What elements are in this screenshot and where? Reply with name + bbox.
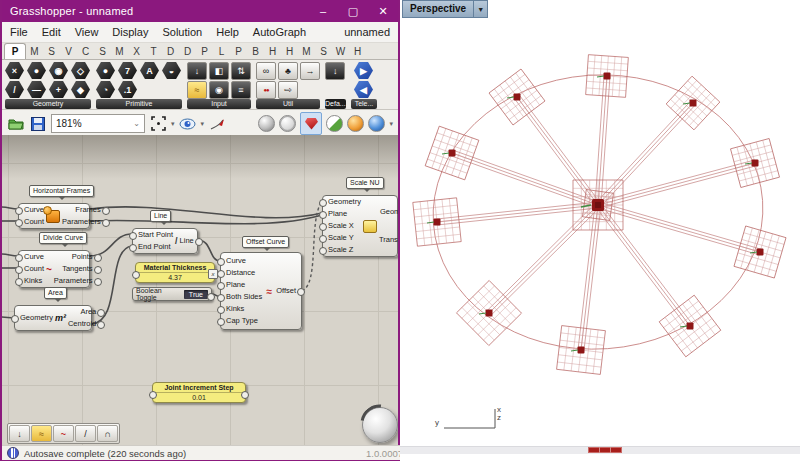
- palette-group-label[interactable]: Geometry: [5, 99, 91, 109]
- input-port[interactable]: [217, 270, 225, 278]
- node-divide-curve[interactable]: Curve Count Kinks ~ Points Tangents Para…: [18, 250, 90, 288]
- input-port[interactable]: [217, 306, 225, 314]
- preview-eye-icon[interactable]: [179, 115, 197, 133]
- shaded-sphere-icon[interactable]: [258, 115, 275, 132]
- boolean-toggle[interactable]: Boolean Toggle True: [132, 287, 212, 301]
- output-port[interactable]: [94, 278, 102, 286]
- blue-sphere-icon[interactable]: [368, 115, 385, 132]
- letterA-hex-icon[interactable]: A: [140, 62, 159, 79]
- group-tag[interactable]: Area: [44, 287, 67, 299]
- zoom-level-input[interactable]: 181% ⌄: [51, 114, 145, 133]
- input-port[interactable]: [15, 254, 23, 262]
- boolean-box-icon[interactable]: ◧: [209, 62, 229, 80]
- category-tab-2[interactable]: S: [43, 45, 60, 59]
- close-button[interactable]: ✕: [368, 0, 398, 22]
- input-port[interactable]: [217, 258, 225, 266]
- category-tab-13[interactable]: P: [230, 45, 247, 59]
- palette-group-label[interactable]: Input: [187, 99, 251, 109]
- slider-mini-icon[interactable]: ≈: [31, 425, 52, 442]
- category-tab-20[interactable]: H: [349, 45, 366, 59]
- mystery-hex-icon[interactable]: ◒: [162, 62, 181, 79]
- slash-hex-icon[interactable]: /: [5, 81, 24, 98]
- plane-hex-icon[interactable]: ◇: [71, 62, 90, 79]
- chevron-down-icon[interactable]: ▾: [171, 120, 175, 128]
- digit7-hex-icon[interactable]: 7: [118, 62, 137, 79]
- curve-mini-icon[interactable]: ~: [53, 425, 74, 442]
- warning-balloon-icon[interactable]: [43, 206, 52, 215]
- node-offset-curve[interactable]: Curve Distancex Plane Both Sides Kinks C…: [220, 252, 302, 330]
- chevron-down-icon[interactable]: ▾: [389, 120, 393, 128]
- menu-solution[interactable]: Solution: [162, 26, 202, 38]
- canvas-navigation-ball[interactable]: [362, 407, 398, 443]
- param-import-icon[interactable]: ↓: [9, 425, 30, 442]
- category-tab-14[interactable]: B: [247, 45, 264, 59]
- menu-view[interactable]: View: [75, 26, 99, 38]
- output-port[interactable]: [102, 207, 110, 215]
- category-tab-15[interactable]: H: [264, 45, 281, 59]
- input-port[interactable]: [149, 391, 157, 399]
- knob-icon[interactable]: ◉: [209, 81, 229, 99]
- input-port[interactable]: [319, 235, 327, 243]
- input-port[interactable]: [15, 266, 23, 274]
- palette-group-label[interactable]: Tele...: [351, 99, 378, 109]
- toggle-value[interactable]: True: [184, 290, 208, 299]
- node-horizontal-frames[interactable]: Curve Count Frames Parameters: [18, 203, 90, 229]
- input-port[interactable]: [11, 315, 19, 323]
- sketch-pen-icon[interactable]: [208, 115, 226, 133]
- palette-group-label[interactable]: Primitive: [96, 99, 182, 109]
- gem-display-icon[interactable]: [300, 112, 322, 135]
- definition-canvas[interactable]: Horizontal Frames Curve Count Frames Par…: [2, 135, 398, 445]
- menu-file[interactable]: File: [10, 26, 28, 38]
- open-file-icon[interactable]: [7, 115, 25, 133]
- point-hex-icon[interactable]: ◔: [96, 81, 115, 98]
- category-tab-18[interactable]: S: [315, 45, 332, 59]
- default-import-icon[interactable]: ↓: [325, 62, 345, 80]
- input-port[interactable]: [217, 294, 225, 302]
- input-port[interactable]: [15, 207, 23, 215]
- graph-mapper-icon[interactable]: ≈: [187, 81, 207, 99]
- input-port[interactable]: [132, 271, 140, 279]
- decimal-hex-icon[interactable]: .1: [118, 81, 137, 98]
- slider-value[interactable]: 0.01: [153, 393, 245, 402]
- pen-mini-icon[interactable]: /: [75, 425, 96, 442]
- category-tab-6[interactable]: M: [111, 45, 128, 59]
- plus-hex-icon[interactable]: +: [49, 81, 68, 98]
- x-hex-icon[interactable]: ×: [5, 62, 24, 79]
- diamond-hex-icon[interactable]: ◆: [71, 81, 90, 98]
- category-tab-11[interactable]: P: [196, 45, 213, 59]
- arrow-outline-icon[interactable]: ⇨: [278, 81, 298, 99]
- slider-joint-increment-step[interactable]: Joint Increment Step 0.01: [152, 382, 246, 403]
- output-port[interactable]: [94, 266, 102, 274]
- node-line[interactable]: Start Point End Point / Line: [132, 228, 198, 254]
- input-port[interactable]: [319, 199, 327, 207]
- jump-mini-icon[interactable]: ∩: [97, 425, 118, 442]
- output-port[interactable]: [207, 293, 215, 301]
- input-port[interactable]: [15, 278, 23, 286]
- group-tag[interactable]: Scale NU: [346, 177, 384, 189]
- save-file-icon[interactable]: [29, 115, 47, 133]
- input-port[interactable]: [129, 244, 137, 252]
- group-tag[interactable]: Line: [150, 210, 171, 222]
- tree-icon[interactable]: ♣: [278, 62, 298, 80]
- category-tab-4[interactable]: C: [77, 45, 94, 59]
- input-port[interactable]: [319, 223, 327, 231]
- minimize-button[interactable]: –: [308, 0, 338, 22]
- menu-edit[interactable]: Edit: [42, 26, 61, 38]
- maximize-button[interactable]: ▢: [338, 0, 368, 22]
- output-port[interactable]: [97, 321, 105, 329]
- node-area[interactable]: Geometry m² Area Centroid: [14, 305, 92, 331]
- menu-help[interactable]: Help: [216, 26, 239, 38]
- output-port[interactable]: [195, 238, 203, 246]
- wireframe-sphere-icon[interactable]: [279, 115, 296, 132]
- telepathy-out-icon[interactable]: ◀: [354, 81, 373, 98]
- category-tab-8[interactable]: T: [145, 45, 162, 59]
- zoom-extents-icon[interactable]: [149, 115, 167, 133]
- input-port[interactable]: [319, 247, 327, 255]
- category-tab-16[interactable]: H: [281, 45, 298, 59]
- title-bar[interactable]: Grasshopper - unnamed – ▢ ✕: [2, 0, 398, 22]
- group-tag[interactable]: Divide Curve: [39, 232, 87, 244]
- category-tab-17[interactable]: M: [298, 45, 315, 59]
- chevron-down-icon[interactable]: ▾: [201, 120, 205, 128]
- category-tab-9[interactable]: D: [162, 45, 179, 59]
- viewport-tab[interactable]: Perspective ▼: [402, 0, 488, 18]
